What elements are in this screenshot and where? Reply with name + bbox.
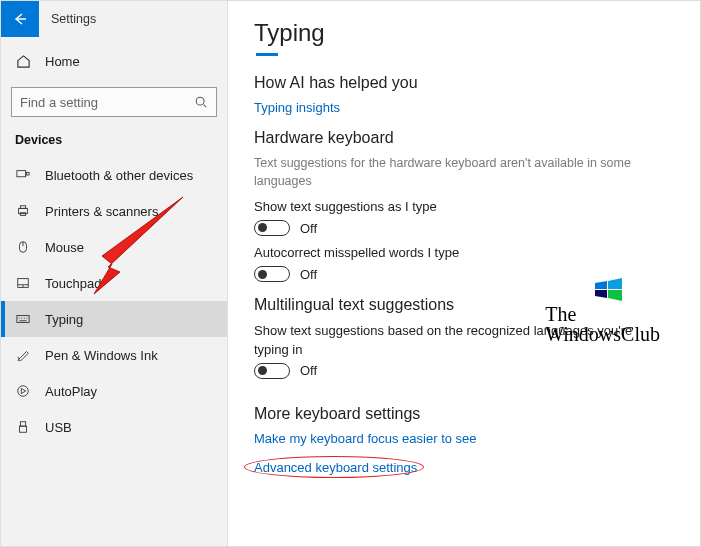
sidebar-item-usb[interactable]: USB [1,409,227,445]
title-underline [256,53,278,56]
sidebar-item-label: Mouse [45,240,84,255]
setting-label: Show text suggestions as I type [254,198,634,216]
keyboard-icon [15,312,31,326]
sidebar-item-touchpad[interactable]: Touchpad [1,265,227,301]
sidebar-item-label: Typing [45,312,83,327]
toggle-autocorrect: Off [254,266,674,282]
content-pane: Typing How AI has helped you Typing insi… [228,1,700,546]
sidebar-item-mouse[interactable]: Mouse [1,229,227,265]
toggle-text-suggestions: Off [254,220,674,236]
section-hardware-keyboard: Hardware keyboard Text suggestions for t… [254,129,674,282]
section-more-keyboard: More keyboard settings Make my keyboard … [254,405,674,475]
sidebar-item-pen[interactable]: Pen & Windows Ink [1,337,227,373]
section-heading: More keyboard settings [254,405,674,423]
section-heading: How AI has helped you [254,74,674,92]
sidebar-item-label: Printers & scanners [45,204,158,219]
toggle-switch[interactable] [254,363,290,379]
search-box[interactable] [11,87,217,117]
touchpad-icon [15,276,31,290]
section-heading: Multilingual text suggestions [254,296,674,314]
svg-point-17 [18,386,29,397]
link-keyboard-focus[interactable]: Make my keyboard focus easier to see [254,431,477,446]
sidebar-item-label: Touchpad [45,276,101,291]
sidebar-item-printers[interactable]: Printers & scanners [1,193,227,229]
pen-icon [15,348,31,362]
sidebar: Settings Home Devices Bluetooth & other … [1,1,228,546]
printer-icon [15,204,31,218]
sidebar-item-bluetooth[interactable]: Bluetooth & other devices [1,157,227,193]
bluetooth-icon [15,168,31,182]
toggle-multilingual: Off [254,363,674,379]
sidebar-section-label: Devices [1,129,227,157]
svg-rect-18 [20,422,25,426]
sidebar-item-label: USB [45,420,72,435]
sidebar-home[interactable]: Home [1,43,227,79]
page-title: Typing [254,19,674,47]
toggle-state: Off [300,267,317,282]
setting-label: Autocorrect misspelled words I type [254,244,634,262]
toggle-state: Off [300,221,317,236]
svg-rect-2 [27,172,30,175]
arrow-left-icon [12,11,28,27]
search-icon [194,95,208,109]
sidebar-item-typing[interactable]: Typing [1,301,227,337]
toggle-switch[interactable] [254,220,290,236]
autoplay-icon [15,384,31,398]
svg-rect-19 [20,426,27,432]
section-ai: How AI has helped you Typing insights [254,74,674,115]
sidebar-item-label: Pen & Windows Ink [45,348,158,363]
setting-label: Show text suggestions based on the recog… [254,322,634,358]
svg-rect-11 [17,316,29,323]
settings-label: Settings [39,12,96,26]
section-description: Text suggestions for the hardware keyboa… [254,155,634,190]
sidebar-home-label: Home [45,54,80,69]
mouse-icon [15,240,31,254]
svg-point-0 [196,97,204,105]
svg-rect-1 [17,171,26,177]
home-icon [15,54,31,69]
topbar: Settings [1,1,227,37]
section-heading: Hardware keyboard [254,129,674,147]
search-input[interactable] [20,95,180,110]
svg-rect-4 [20,206,25,209]
back-button[interactable] [1,1,39,37]
sidebar-item-label: Bluetooth & other devices [45,168,193,183]
toggle-state: Off [300,363,317,378]
sidebar-item-label: AutoPlay [45,384,97,399]
usb-icon [15,420,31,434]
section-multilingual: Multilingual text suggestions Show text … [254,296,674,378]
toggle-switch[interactable] [254,266,290,282]
link-advanced-keyboard[interactable]: Advanced keyboard settings [254,460,417,475]
sidebar-item-autoplay[interactable]: AutoPlay [1,373,227,409]
link-typing-insights[interactable]: Typing insights [254,100,340,115]
